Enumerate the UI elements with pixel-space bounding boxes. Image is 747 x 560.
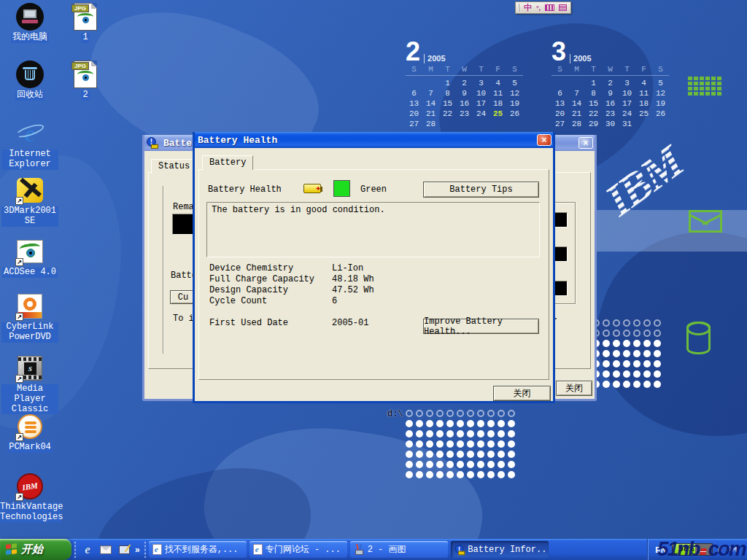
calendar-day: 20: [551, 109, 568, 119]
tab-battery[interactable]: Battery: [202, 155, 253, 170]
taskbar-button-forum[interactable]: 专门网论坛 - ...: [249, 541, 347, 558]
dot: [426, 430, 433, 438]
calendar-weekday: W: [456, 65, 473, 76]
desktop-icon-thinkvantage[interactable]: IBM↗ ThinkVantage Technologies: [1, 472, 58, 523]
dot: [436, 430, 444, 438]
quick-launch-ie-icon[interactable]: e: [80, 542, 95, 557]
close-button-bottom[interactable]: 关闭: [556, 381, 592, 396]
calendar-weekday: S: [551, 65, 568, 76]
titlebar[interactable]: Battery Health: [193, 132, 555, 148]
battery-meter[interactable]: 58%: [672, 543, 713, 556]
svg-text:IBM: IBM: [595, 135, 694, 225]
file-label: 2: [81, 90, 89, 101]
dot: [487, 420, 495, 427]
calendar-day: 2: [602, 78, 619, 88]
ime-punctuation-icon[interactable]: °,: [536, 4, 541, 12]
dot: [426, 410, 433, 417]
dot: [643, 360, 651, 368]
calendar-day: 21: [422, 109, 439, 119]
battery-tips-button[interactable]: Battery Tips: [423, 182, 539, 198]
dot: [498, 420, 505, 427]
dot: [613, 330, 620, 337]
quick-launch-outlook-icon[interactable]: [98, 542, 113, 557]
taskbar-button-server-not-found[interactable]: 找不到服务器,...: [149, 541, 247, 558]
close-dialog-button[interactable]: 关闭: [493, 386, 551, 401]
calendar-day: 9: [456, 88, 473, 98]
desktop-icon-media-player-classic[interactable]: s↗ Media Player Classic: [1, 354, 58, 414]
icon-label: ACDSee 4.0: [2, 268, 58, 278]
calendar-march: 3 2005 SMTWTFS12345678910111213141516171…: [551, 39, 669, 129]
dot: [603, 350, 610, 357]
calendar-blank: [406, 78, 422, 88]
dot: [446, 420, 454, 427]
dot: [406, 451, 413, 458]
calendar-day: 8: [585, 88, 602, 98]
battery-health-label: Battery Health: [208, 184, 282, 195]
acdsee-icon: ↗: [15, 237, 45, 266]
desktop-file-2[interactable]: JPG 2: [58, 60, 112, 101]
dot: [406, 471, 413, 478]
taskbar-button-battery-information[interactable]: ! Battery Infor...: [451, 541, 549, 558]
dot: [446, 471, 454, 478]
desktop-file-1[interactable]: JPG 1: [58, 2, 112, 43]
calendar-day: 18: [635, 98, 652, 109]
dot: [508, 440, 515, 448]
calendar-day: 16: [456, 98, 473, 109]
dot: [457, 471, 464, 478]
dot: [406, 420, 413, 427]
3dmark-icon: ↗: [15, 176, 45, 205]
desktop-icon-powerdvd[interactable]: ↗ CyberLink PowerDVD: [1, 292, 58, 343]
dot: [446, 440, 454, 448]
calendar-day: 23: [456, 109, 473, 119]
dot: [498, 471, 505, 478]
calendar-day: 25: [635, 109, 652, 119]
keyboard-icon[interactable]: [545, 4, 554, 11]
calendar-day: 27: [406, 119, 422, 129]
ime-menu-icon[interactable]: [559, 4, 567, 11]
file-label: 1: [81, 33, 89, 43]
dot: [446, 451, 454, 458]
close-button[interactable]: ×: [578, 137, 593, 149]
ime-toolbar[interactable]: 中 °,: [515, 1, 571, 14]
dot: [487, 440, 495, 448]
drive-label: d:\: [387, 409, 403, 419]
calendar-day: 4: [489, 78, 506, 88]
desktop-icon-acdsee[interactable]: ↗ ACDSee 4.0: [1, 237, 58, 278]
desktop-icon-my-computer[interactable]: 我的电脑: [1, 2, 58, 43]
dot: [654, 340, 661, 347]
dot: [446, 410, 454, 417]
calendar-day: 26: [506, 109, 523, 119]
calendar-day: 1: [439, 78, 456, 88]
icon-label: PCMark04: [7, 443, 53, 453]
dot: [643, 330, 651, 337]
calendar-day: 11: [489, 88, 506, 98]
desktop-icon-internet-explorer[interactable]: e Internet Explorer: [1, 119, 58, 170]
dot: [498, 451, 505, 458]
language-indicator[interactable]: EN: [655, 545, 666, 554]
desktop-icon-recycle-bin[interactable]: 回收站: [1, 60, 58, 101]
pcmark-icon: ↗: [15, 412, 45, 441]
ime-chinese-mode-icon[interactable]: 中: [524, 2, 532, 13]
taskbar-button-paint[interactable]: 2 - 画图: [350, 541, 448, 558]
shortcut-arrow-icon: ↗: [15, 433, 23, 441]
dot: [457, 440, 464, 448]
to-text-fragment: To i: [173, 314, 194, 324]
start-button[interactable]: 开始: [0, 539, 71, 560]
dot: [426, 461, 433, 468]
desktop-icon-pcmark04[interactable]: ↗ PCMark04: [1, 412, 58, 453]
detail-value: Li-Ion: [332, 263, 363, 273]
show-desktop-icon[interactable]: [117, 542, 131, 557]
dot: [633, 319, 640, 327]
ime-grip[interactable]: [518, 4, 519, 12]
quick-launch-overflow-chevron[interactable]: »: [135, 545, 140, 555]
shortcut-arrow-icon: ↗: [15, 197, 23, 205]
close-button[interactable]: ×: [537, 134, 551, 146]
calendar-day: 9: [602, 88, 619, 98]
calendar-day: 21: [568, 109, 585, 119]
battery-health-status: Green: [360, 184, 387, 195]
desktop-icon-3dmark2001[interactable]: ↗ 3DMark2001 SE: [1, 176, 58, 227]
improve-battery-health-button[interactable]: Improve Battery Health...: [423, 319, 539, 334]
database-cylinder-icon: [686, 322, 711, 354]
tab-status[interactable]: Status: [151, 159, 197, 174]
dot: [643, 319, 651, 327]
